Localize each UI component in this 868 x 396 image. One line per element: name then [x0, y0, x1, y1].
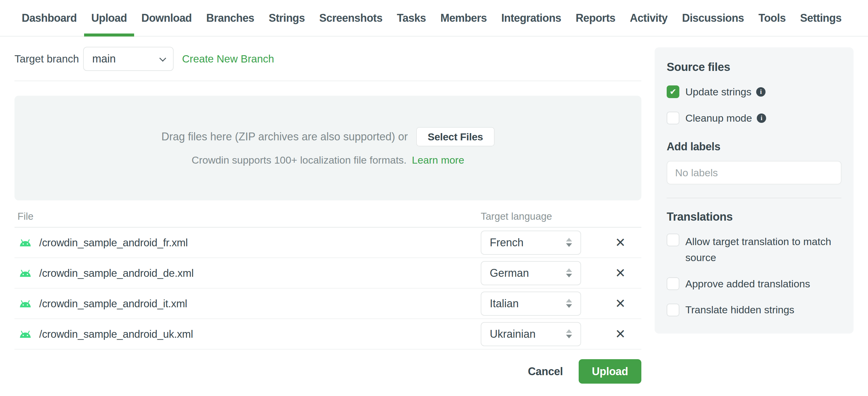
file-column-header: File	[14, 211, 481, 222]
nav-tab-tasks[interactable]: Tasks	[390, 0, 433, 36]
file-name: /crowdin_sample_android_uk.xml	[39, 328, 193, 340]
formats-text: Crowdin supports 100+ localization file …	[192, 154, 407, 166]
nav-tab-members[interactable]: Members	[433, 0, 494, 36]
remove-file-button[interactable]: ✕	[615, 236, 626, 249]
target-language-select[interactable]: Italian	[481, 291, 581, 316]
add-labels-title: Add labels	[667, 140, 841, 153]
nav-tab-integrations[interactable]: Integrations	[494, 0, 568, 36]
update-strings-option: ✔ Update strings i	[667, 84, 841, 100]
nav-tab-settings[interactable]: Settings	[793, 0, 849, 36]
target-language-select[interactable]: German	[481, 261, 581, 285]
target-branch-label: Target branch	[14, 53, 79, 65]
allow-target-translation-label: Allow target translation to match source	[685, 234, 836, 265]
android-file-icon	[19, 268, 32, 278]
nav-tab-download[interactable]: Download	[134, 0, 199, 36]
allow-target-translation-checkbox[interactable]	[667, 234, 679, 246]
dropzone-line2: Crowdin supports 100+ localization file …	[192, 154, 464, 166]
translate-hidden-strings-checkbox[interactable]	[667, 304, 679, 316]
dropzone-line1: Drag files here (ZIP archives are also s…	[161, 127, 494, 146]
nav-tab-activity[interactable]: Activity	[623, 0, 675, 36]
target-language-value: Italian	[490, 297, 519, 310]
translate-hidden-strings-label: Translate hidden strings	[685, 302, 795, 318]
learn-more-link[interactable]: Learn more	[412, 154, 464, 166]
android-file-icon	[19, 238, 32, 247]
translations-title: Translations	[667, 210, 841, 223]
target-branch-row: Target branch main Create New Branch	[14, 47, 641, 71]
table-row: /crowdin_sample_android_it.xml Italian ✕	[14, 288, 641, 319]
cancel-button[interactable]: Cancel	[528, 365, 563, 378]
approve-added-translations-checkbox[interactable]	[667, 277, 679, 290]
nav-tab-discussions[interactable]: Discussions	[675, 0, 751, 36]
labels-input[interactable]	[667, 161, 841, 185]
cleanup-mode-label: Cleanup mode	[685, 110, 752, 126]
info-icon[interactable]: i	[757, 113, 766, 123]
nav-tab-dashboard[interactable]: Dashboard	[14, 0, 84, 36]
file-name: /crowdin_sample_android_fr.xml	[39, 237, 188, 249]
target-language-select[interactable]: Ukrainian	[481, 322, 581, 346]
select-sorter-icon	[566, 329, 572, 338]
divider	[14, 81, 641, 81]
update-strings-label: Update strings	[685, 84, 751, 100]
remove-file-button[interactable]: ✕	[615, 267, 626, 280]
target-language-value: German	[490, 267, 529, 280]
select-sorter-icon	[566, 299, 572, 308]
chevron-down-icon	[159, 55, 166, 62]
upload-main-panel: Target branch main Create New Branch Dra…	[14, 36, 641, 384]
table-row: /crowdin_sample_android_fr.xml French ✕	[14, 228, 641, 258]
target-branch-value: main	[92, 53, 116, 65]
allow-target-translation-option: Allow target translation to match source	[667, 234, 841, 265]
files-table-header: File Target language	[14, 200, 641, 228]
target-language-value: French	[490, 236, 524, 249]
source-files-title: Source files	[667, 61, 841, 74]
file-cell: /crowdin_sample_android_it.xml	[14, 298, 481, 310]
language-cell: German ✕	[481, 261, 641, 285]
language-cell: French ✕	[481, 231, 641, 255]
top-navigation: Dashboard Upload Download Branches Strin…	[0, 0, 868, 36]
file-cell: /crowdin_sample_android_uk.xml	[14, 328, 481, 340]
file-name: /crowdin_sample_android_it.xml	[39, 298, 187, 310]
target-branch-select[interactable]: main	[83, 47, 174, 71]
select-sorter-icon	[566, 238, 572, 247]
target-language-value: Ukrainian	[490, 328, 535, 340]
file-name: /crowdin_sample_android_de.xml	[39, 267, 193, 279]
table-row: /crowdin_sample_android_de.xml German ✕	[14, 258, 641, 288]
language-cell: Italian ✕	[481, 291, 641, 316]
remove-file-button[interactable]: ✕	[615, 297, 626, 310]
android-file-icon	[19, 299, 32, 308]
upload-button[interactable]: Upload	[579, 359, 641, 384]
nav-tab-screenshots[interactable]: Screenshots	[312, 0, 390, 36]
nav-tab-reports[interactable]: Reports	[568, 0, 623, 36]
file-cell: /crowdin_sample_android_de.xml	[14, 267, 481, 279]
upload-options-sidebar: Source files ✔ Update strings i Cleanup …	[655, 47, 854, 334]
cleanup-mode-checkbox[interactable]	[667, 112, 679, 124]
file-dropzone[interactable]: Drag files here (ZIP archives are also s…	[14, 96, 641, 200]
file-cell: /crowdin_sample_android_fr.xml	[14, 237, 481, 249]
approve-added-translations-label: Approve added translations	[685, 276, 810, 292]
divider	[667, 198, 841, 198]
nav-tab-tools[interactable]: Tools	[751, 0, 793, 36]
translate-hidden-strings-option: Translate hidden strings	[667, 302, 841, 318]
language-column-header: Target language	[481, 211, 641, 222]
table-row: /crowdin_sample_android_uk.xml Ukrainian…	[14, 319, 641, 349]
cleanup-mode-option: Cleanup mode i	[667, 110, 841, 126]
update-strings-checkbox[interactable]: ✔	[667, 85, 679, 98]
nav-tab-branches[interactable]: Branches	[199, 0, 261, 36]
create-new-branch-link[interactable]: Create New Branch	[182, 53, 274, 65]
page-content: Target branch main Create New Branch Dra…	[0, 36, 868, 384]
target-language-select[interactable]: French	[481, 231, 581, 255]
approve-added-translations-option: Approve added translations	[667, 276, 841, 292]
nav-tab-strings[interactable]: Strings	[261, 0, 312, 36]
nav-tab-upload[interactable]: Upload	[84, 0, 134, 36]
select-files-button[interactable]: Select Files	[416, 127, 495, 146]
drag-files-text: Drag files here (ZIP archives are also s…	[161, 131, 408, 143]
language-cell: Ukrainian ✕	[481, 322, 641, 346]
android-file-icon	[19, 330, 32, 339]
form-actions: Cancel Upload	[14, 359, 641, 384]
select-sorter-icon	[566, 268, 572, 277]
info-icon[interactable]: i	[756, 87, 766, 96]
remove-file-button[interactable]: ✕	[615, 328, 626, 340]
